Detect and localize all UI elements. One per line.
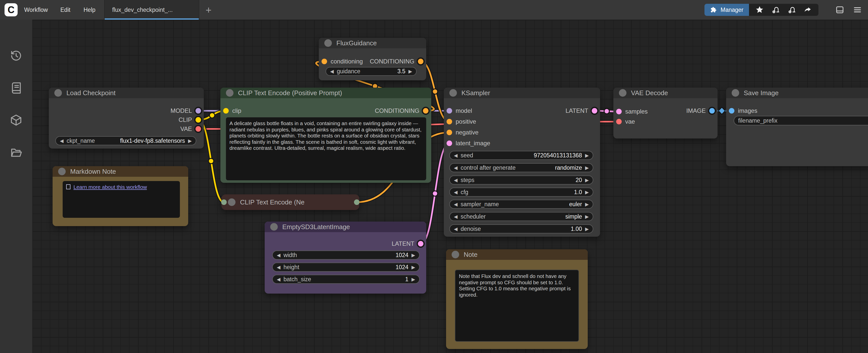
input-dot-vae[interactable]: [616, 119, 622, 124]
link-midpoint-dot[interactable]: [210, 113, 215, 118]
widget-decrement-arrow[interactable]: ◀: [277, 277, 281, 282]
widget-increment-arrow[interactable]: ▶: [585, 153, 589, 158]
input-slot-clip[interactable]: clip: [223, 106, 241, 115]
widget-increment-arrow[interactable]: ▶: [585, 166, 589, 170]
output-slot-image[interactable]: IMAGE: [686, 106, 715, 115]
widget-increment-arrow[interactable]: ▶: [411, 265, 415, 270]
node-save-image[interactable]: Save Imageimagesfilename_prefix: [726, 88, 868, 166]
node-ksampler[interactable]: KSamplermodelpositivenegativelatent_imag…: [444, 88, 600, 237]
widget-decrement-arrow[interactable]: ◀: [454, 227, 458, 231]
widget-increment-arrow[interactable]: ▶: [585, 190, 589, 195]
link-midpoint-dot[interactable]: [209, 158, 214, 164]
input-slot-samples[interactable]: samples: [616, 107, 648, 116]
comfyui-logo-icon[interactable]: C: [4, 3, 18, 17]
input-slot-vae[interactable]: vae: [616, 117, 635, 126]
widget-ckpt_name[interactable]: ◀ckpt_nameflux1-dev-fp8.safetensors▶: [55, 136, 196, 145]
text-area[interactable]: A delicate glass bottle floats in a void…: [226, 117, 426, 180]
widget-batch_size[interactable]: ◀batch_size1▶: [272, 275, 420, 284]
widget-decrement-arrow[interactable]: ◀: [60, 139, 64, 143]
input-dot-image[interactable]: [729, 108, 735, 114]
node-header[interactable]: Note: [446, 249, 588, 260]
widget-control-after-generate[interactable]: ◀control after generaterandomize▶: [450, 163, 593, 172]
node-header[interactable]: VAE Decode: [613, 88, 717, 98]
hamburger-menu-icon[interactable]: [852, 5, 863, 14]
node-header[interactable]: KSampler: [444, 88, 600, 98]
manager-button[interactable]: Manager: [705, 4, 749, 16]
output-dot-latent[interactable]: [592, 108, 597, 114]
widget-decrement-arrow[interactable]: ◀: [330, 69, 334, 74]
output-slot-model[interactable]: MODEL: [170, 106, 201, 115]
star-icon[interactable]: [751, 4, 768, 16]
node-header[interactable]: Save Image: [726, 88, 868, 98]
output-dot-conditioning[interactable]: [418, 59, 424, 64]
widget-decrement-arrow[interactable]: ◀: [454, 190, 458, 195]
widget-increment-arrow[interactable]: ▶: [411, 253, 415, 258]
widget-increment-arrow[interactable]: ▶: [585, 202, 589, 207]
widget-increment-arrow[interactable]: ▶: [188, 139, 192, 143]
widget-decrement-arrow[interactable]: ◀: [454, 178, 458, 182]
link-midpoint-dot[interactable]: [604, 109, 609, 114]
model-library-icon[interactable]: [10, 114, 22, 126]
output-slot-clip[interactable]: CLIP: [179, 115, 201, 124]
output-dot-clip[interactable]: [195, 117, 201, 123]
input-slot-positive[interactable]: positive: [446, 117, 476, 126]
input-slot-negative[interactable]: negative: [446, 128, 478, 137]
menu-workflow[interactable]: Workflow: [24, 0, 48, 20]
input-slot-latent_image[interactable]: latent_image: [446, 139, 490, 148]
output-slot-conditioning[interactable]: CONDITIONING: [370, 57, 424, 66]
history-icon[interactable]: [10, 49, 22, 62]
input-dot-conditioning[interactable]: [321, 59, 327, 64]
widget-decrement-arrow[interactable]: ◀: [454, 153, 458, 158]
output-slot-latent[interactable]: LATENT: [392, 239, 424, 248]
widget-width[interactable]: ◀width1024▶: [272, 251, 420, 260]
input-dot-latent[interactable]: [616, 109, 622, 114]
collapsed-input-dot[interactable]: [221, 199, 227, 205]
output-dot-conditioning[interactable]: [423, 108, 429, 114]
node-load-checkpoint[interactable]: Load CheckpointMODELCLIPVAE◀ckpt_nameflu…: [49, 88, 204, 149]
text-area[interactable]: Note that Flux dev and schnell do not ha…: [455, 270, 579, 342]
input-dot-model[interactable]: [446, 108, 452, 114]
workflow-tab[interactable]: flux_dev_checkpoint_...: [104, 0, 199, 20]
output-slot-vae[interactable]: VAE: [180, 124, 201, 134]
node-flux-guidance[interactable]: FluxGuidanceconditioningCONDITIONING◀gui…: [319, 38, 426, 80]
workflow-help-link[interactable]: Learn more about this workflow: [73, 184, 147, 190]
output-slot-conditioning[interactable]: CONDITIONING: [375, 106, 429, 115]
node-vae-decode[interactable]: VAE DecodesamplesvaeIMAGE: [613, 88, 717, 139]
widget-filename_prefix[interactable]: filename_prefix: [734, 116, 868, 125]
workflows-folder-icon[interactable]: [10, 146, 22, 159]
vacuum-icon[interactable]: [768, 4, 784, 16]
node-header[interactable]: Load Checkpoint: [49, 88, 204, 98]
collapsed-output-dot[interactable]: [354, 199, 360, 205]
widget-increment-arrow[interactable]: ▶: [408, 69, 412, 74]
output-dot-vae[interactable]: [195, 126, 201, 132]
bottom-panel-icon[interactable]: [835, 5, 845, 14]
output-dot-model[interactable]: [195, 108, 201, 114]
widget-denoise[interactable]: ◀denoise1.00▶: [450, 224, 593, 233]
share-icon[interactable]: [800, 4, 816, 16]
widget-decrement-arrow[interactable]: ◀: [454, 214, 458, 219]
widget-decrement-arrow[interactable]: ◀: [277, 253, 281, 258]
widget-decrement-arrow[interactable]: ◀: [454, 202, 458, 207]
link-midpoint-dot[interactable]: [433, 191, 438, 196]
menu-help[interactable]: Help: [84, 0, 95, 20]
widget-decrement-arrow[interactable]: ◀: [277, 265, 281, 270]
input-slot-images[interactable]: images: [729, 106, 757, 115]
widget-steps[interactable]: ◀steps20▶: [450, 176, 593, 184]
widget-seed[interactable]: ◀seed972054013131368▶: [450, 151, 593, 160]
widget-increment-arrow[interactable]: ▶: [585, 227, 589, 231]
vacuum-icon[interactable]: [784, 4, 800, 16]
input-dot-clip[interactable]: [223, 108, 229, 114]
new-workflow-tab-button[interactable]: +: [203, 4, 214, 16]
node-header[interactable]: FluxGuidance: [319, 38, 426, 48]
node-header[interactable]: Markdown Note: [53, 166, 188, 177]
widget-sampler_name[interactable]: ◀sampler_nameeuler▶: [450, 200, 593, 209]
widget-scheduler[interactable]: ◀schedulersimple▶: [450, 212, 593, 221]
node-header[interactable]: CLIP Text Encode (Positive Prompt): [220, 88, 431, 98]
widget-cfg[interactable]: ◀cfg1.0▶: [450, 187, 593, 197]
widget-height[interactable]: ◀height1024▶: [272, 263, 420, 272]
output-dot-latent[interactable]: [418, 241, 424, 246]
node-library-icon[interactable]: [10, 82, 22, 94]
menu-edit[interactable]: Edit: [60, 0, 70, 20]
input-dot-conditioning[interactable]: [446, 130, 452, 135]
input-slot-conditioning[interactable]: conditioning: [321, 57, 363, 66]
